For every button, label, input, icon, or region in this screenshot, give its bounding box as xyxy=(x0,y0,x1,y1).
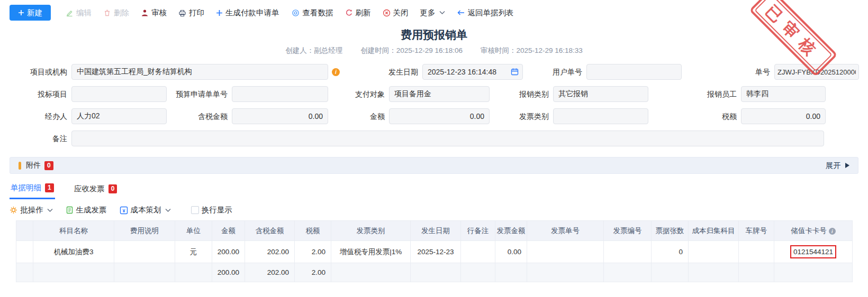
calendar-icon[interactable] xyxy=(511,68,519,76)
cell-cost-subject[interactable] xyxy=(689,241,739,263)
user-no-input[interactable] xyxy=(586,64,682,80)
toolbar: 新建 编辑 删除 审核 打印 生成付款申请单 查看数据 刷新 关闭 更多 返回单… xyxy=(0,0,868,21)
cell-tax-incl-amount[interactable]: 202.00 xyxy=(245,241,295,263)
summary-empty xyxy=(527,263,604,282)
print-button[interactable]: 打印 xyxy=(178,8,204,18)
eye-icon xyxy=(291,9,300,17)
project-input[interactable] xyxy=(71,64,328,80)
user-no-label: 用户单号 xyxy=(523,68,586,76)
amount-input[interactable] xyxy=(389,108,490,124)
cell-selector[interactable] xyxy=(16,241,33,263)
info-icon[interactable]: i xyxy=(332,68,340,76)
close-button[interactable]: 关闭 xyxy=(383,8,409,18)
expand-button[interactable]: 展开 xyxy=(826,161,849,171)
form-row-1: 项目或机构 i 发生日期 用户单号 单号 xyxy=(0,64,868,80)
wrap-display-checkbox[interactable] xyxy=(191,206,199,214)
cell-invoice-code[interactable] xyxy=(604,241,652,263)
occur-date-input[interactable] xyxy=(422,64,523,80)
tab-document-detail-label: 单据明细 xyxy=(11,183,41,193)
wrap-display-option[interactable]: 换行显示 xyxy=(191,205,232,215)
tab-receivable-invoice[interactable]: 应收发票 0 xyxy=(73,182,119,199)
tax-incl-amount-label: 含税金额 xyxy=(167,112,232,120)
plus-icon xyxy=(18,10,24,16)
section-marker-icon xyxy=(19,162,21,170)
more-button[interactable]: 更多 xyxy=(420,8,445,18)
new-button[interactable]: 新建 xyxy=(10,5,51,21)
new-button-label: 新建 xyxy=(27,8,42,18)
cell-row-remark[interactable] xyxy=(461,241,495,263)
delete-button[interactable]: 删除 xyxy=(103,8,129,18)
tab-document-detail[interactable]: 单据明细 1 xyxy=(10,182,55,199)
remark-input[interactable] xyxy=(71,131,824,146)
printer-icon xyxy=(178,9,186,17)
view-data-label: 查看数据 xyxy=(303,8,333,18)
refresh-button[interactable]: 刷新 xyxy=(345,8,371,18)
handler-input[interactable] xyxy=(71,108,167,124)
cell-subject-name[interactable]: 机械加油费3 xyxy=(33,241,114,263)
budget-no-input[interactable] xyxy=(232,86,328,102)
create-time-text: 创建时间：2025-12-29 16:18:06 xyxy=(360,46,463,55)
cell-amount[interactable]: 200.00 xyxy=(212,241,245,263)
plus-icon xyxy=(216,10,223,16)
summary-empty xyxy=(689,263,739,282)
back-to-list-button[interactable]: 返回单据列表 xyxy=(457,8,514,18)
col-invoice-type: 发票类别 xyxy=(331,221,411,241)
batch-operation-button[interactable]: 批操作 xyxy=(10,205,53,215)
doc-no-label: 单号 xyxy=(682,68,774,76)
info-icon[interactable]: i xyxy=(829,228,836,235)
project-label: 项目或机构 xyxy=(10,68,71,76)
cost-planning-button[interactable]: ¥ 成本策划 xyxy=(120,205,171,215)
reimburse-type-input[interactable] xyxy=(553,86,648,102)
refresh-button-label: 刷新 xyxy=(356,8,371,18)
bid-project-input[interactable] xyxy=(71,86,167,102)
generate-payment-button[interactable]: 生成付款申请单 xyxy=(216,8,279,18)
col-cost-subject: 成本归集科目 xyxy=(689,221,739,241)
refresh-icon xyxy=(345,9,353,17)
form: 项目或机构 i 发生日期 用户单号 单号 投标项目 预算申请单单号 支付对象 报… xyxy=(0,64,868,146)
back-to-list-label: 返回单据列表 xyxy=(468,8,514,18)
cell-unit[interactable]: 元 xyxy=(175,241,212,263)
summary-empty xyxy=(461,263,495,282)
summary-row: 200.00 202.00 2.00 xyxy=(16,263,853,282)
summary-empty xyxy=(175,263,212,282)
summary-amount: 200.00 xyxy=(212,263,245,282)
col-stored-card-no: 储值卡卡号i xyxy=(774,221,853,241)
creator-text: 创建人：副总经理 xyxy=(285,46,342,55)
tax-label: 税额 xyxy=(648,112,741,120)
cell-stored-card-no[interactable]: 0121544121 xyxy=(774,241,853,263)
audit-time-text: 审核时间：2025-12-29 16:18:33 xyxy=(481,46,583,55)
cell-expense-desc[interactable] xyxy=(114,241,175,263)
cell-occur-date[interactable]: 2025-12-23 xyxy=(411,241,461,263)
more-button-label: 更多 xyxy=(420,8,436,18)
col-expense-desc: 费用说明 xyxy=(114,221,175,241)
remark-label: 备注 xyxy=(10,134,71,143)
summary-empty xyxy=(774,263,853,282)
tax-incl-amount-input[interactable] xyxy=(232,108,328,124)
tax-input[interactable] xyxy=(741,108,826,124)
summary-empty xyxy=(16,263,33,282)
chevron-down-icon xyxy=(165,208,171,212)
occur-date-label: 发生日期 xyxy=(361,68,422,76)
summary-empty xyxy=(114,263,175,282)
table-row[interactable]: 机械加油费3 元 200.00 202.00 2.00 增值税专用发票|1% 2… xyxy=(16,241,853,263)
table-actions: 批操作 生成发票 ¥ 成本策划 换行显示 xyxy=(0,205,868,215)
cell-note-count[interactable]: 0 xyxy=(652,241,689,263)
cell-plate-no[interactable] xyxy=(739,241,774,263)
cell-invoice-no[interactable] xyxy=(527,241,604,263)
reimburse-employee-input[interactable] xyxy=(741,86,826,102)
amount-label: 金额 xyxy=(328,112,389,120)
cell-invoice-type[interactable]: 增值税专用发票|1% xyxy=(331,241,411,263)
invoice-type-input[interactable] xyxy=(553,108,648,124)
bid-project-label: 投标项目 xyxy=(10,90,71,98)
view-data-button[interactable]: 查看数据 xyxy=(291,8,333,18)
audit-button[interactable]: 审核 xyxy=(141,8,167,18)
edit-button[interactable]: 编辑 xyxy=(66,8,92,18)
cell-invoice-amount[interactable]: 0.00 xyxy=(495,241,527,263)
pay-target-input[interactable] xyxy=(389,86,490,102)
form-row-2: 投标项目 预算申请单单号 支付对象 报销类别 报销员工 xyxy=(0,86,868,102)
pay-target-label: 支付对象 xyxy=(328,90,389,98)
cell-tax[interactable]: 2.00 xyxy=(295,241,331,263)
invoice-type-label: 发票类别 xyxy=(490,112,553,120)
generate-invoice-button[interactable]: 生成发票 xyxy=(66,205,107,215)
col-invoice-amount: 发票金额 xyxy=(495,221,527,241)
